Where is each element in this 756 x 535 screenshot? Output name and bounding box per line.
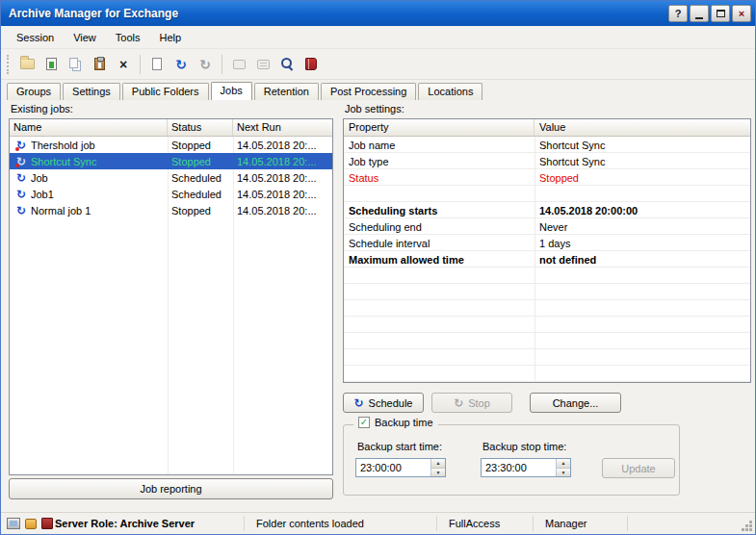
job-row-job[interactable]: ↻ Job Scheduled 14.05.2018 20:... [10, 169, 332, 186]
resize-grip[interactable] [741, 520, 753, 532]
tab-public-folders[interactable]: Public Folders [122, 83, 209, 100]
settings-grid-body: Job name Shortcut Sync Job type Shortcut… [344, 137, 750, 382]
backup-start-time-label: Backup start time: [357, 441, 442, 452]
app-window: Archive Manager for Exchange ? × Session… [0, 0, 756, 535]
toolbar-separator [140, 55, 141, 74]
job-settings-grid: Property Value Job name Shortcut Sync Jo… [343, 118, 751, 383]
note-icon[interactable] [227, 53, 250, 76]
tab-retention[interactable]: Retention [254, 83, 319, 100]
backup-time-group: Backup start time: Backup stop time: ▲ ▼… [343, 424, 680, 496]
job-status: Stopped [168, 205, 233, 217]
setting-row-scheduling-end[interactable]: Scheduling end Never [344, 218, 750, 235]
job-name-cell: ↻ Normal job 1 [10, 205, 168, 217]
job-settings-label: Job settings: [345, 103, 404, 115]
spin-up-button[interactable]: ▲ [557, 459, 570, 469]
spinner-buttons: ▲ ▼ [430, 459, 445, 476]
job-next-run: 14.05.2018 20:... [233, 189, 332, 200]
tab-settings[interactable]: Settings [63, 83, 120, 100]
log-book-icon[interactable] [300, 53, 323, 76]
setting-row-status[interactable]: Status Stopped [344, 169, 750, 186]
backup-stop-time-input[interactable] [482, 459, 556, 476]
spin-up-button[interactable]: ▲ [431, 459, 445, 469]
job-row-thershold-job[interactable]: ↻ Thershold job Stopped 14.05.2018 20:..… [10, 137, 332, 153]
tab-jobs[interactable]: Jobs [211, 82, 252, 100]
tab-locations[interactable]: Locations [418, 83, 482, 100]
setting-row-job-name[interactable]: Job name Shortcut Sync [344, 137, 750, 153]
menu-bar: Session View Tools Help [1, 26, 755, 49]
column-header-name[interactable]: Name [10, 119, 168, 136]
job-name: Job [31, 172, 48, 184]
menu-session[interactable]: Session [7, 29, 64, 46]
statusbar-divider [533, 516, 534, 531]
column-header-property[interactable]: Property [344, 119, 534, 136]
setting-property: Schedule interval [344, 238, 534, 249]
schedule-sync-icon: ↻ [354, 397, 364, 409]
notes-icon[interactable] [251, 53, 274, 76]
delete-icon[interactable]: × [112, 53, 135, 76]
minimize-icon [695, 17, 703, 19]
minimize-button[interactable] [690, 5, 709, 22]
job-row-job1[interactable]: ↻ Job1 Scheduled 14.05.2018 20:... [10, 186, 332, 202]
change-button[interactable]: Change... [530, 393, 621, 413]
setting-row-maximum-allowed-time[interactable]: Maximum allowed time not defined [344, 251, 750, 268]
job-row-shortcut-sync[interactable]: ↻ Shortcut Sync Stopped 14.05.2018 20:..… [10, 153, 332, 169]
job-next-run: 14.05.2018 20:... [233, 156, 332, 167]
setting-value: 14.05.2018 20:00:00 [534, 205, 750, 217]
paste-icon[interactable] [88, 53, 111, 76]
settings-grid-header: Property Value [344, 119, 750, 137]
jobs-list: Name Status Next Run ↻ Thershold job Sto… [9, 118, 333, 475]
close-button[interactable]: × [732, 5, 751, 22]
backup-time-checkbox[interactable]: ✓ [358, 417, 370, 428]
stop-sync-icon: ↻ [454, 397, 463, 409]
statusbar-divider [627, 516, 628, 531]
stop-button-label: Stop [468, 397, 490, 409]
column-header-status[interactable]: Status [168, 119, 233, 136]
toolbar-separator [222, 55, 222, 74]
setting-row-scheduling-starts[interactable]: Scheduling starts 14.05.2018 20:00:00 [344, 202, 750, 218]
refresh-disabled-icon[interactable]: ↻ [194, 53, 217, 76]
log-icon [41, 518, 53, 529]
copy-icon[interactable] [64, 53, 87, 76]
tab-groups[interactable]: Groups [7, 83, 61, 100]
setting-row-job-type[interactable]: Job type Shortcut Sync [344, 153, 750, 169]
update-button[interactable]: Update [602, 458, 675, 478]
column-header-value[interactable]: Value [534, 119, 750, 136]
find-icon[interactable] [275, 53, 299, 76]
export-list-icon[interactable] [39, 53, 63, 76]
spin-down-button[interactable]: ▼ [431, 469, 445, 477]
menu-view[interactable]: View [64, 29, 106, 46]
help-button[interactable]: ? [668, 5, 688, 22]
setting-property: Scheduling end [344, 221, 534, 233]
schedule-button[interactable]: ↻ Schedule [343, 393, 424, 413]
new-document-icon[interactable] [145, 53, 169, 76]
column-header-next-run[interactable]: Next Run [233, 119, 332, 136]
schedule-button-label: Schedule [369, 397, 413, 409]
job-next-run: 14.05.2018 20:... [233, 205, 332, 217]
spin-down-button[interactable]: ▼ [557, 469, 570, 477]
job-sync-icon: ↻ [13, 172, 29, 184]
maximize-button[interactable] [711, 5, 730, 22]
job-reporting-button[interactable]: Job reporting [9, 478, 333, 499]
job-status: Scheduled [168, 189, 233, 200]
job-next-run: 14.05.2018 20:... [233, 172, 332, 184]
open-folder-icon[interactable] [15, 53, 39, 76]
server-role-status: Server Role: Archive Server [55, 518, 195, 529]
job-name-cell: ↻ Job1 [10, 189, 168, 200]
job-row-normal-job-1[interactable]: ↻ Normal job 1 Stopped 14.05.2018 20:... [10, 202, 332, 218]
menu-tools[interactable]: Tools [106, 29, 150, 46]
job-name-cell: ↻ Thershold job [10, 140, 168, 151]
access-status: FullAccess [449, 518, 500, 529]
menu-help[interactable]: Help [149, 29, 191, 46]
spinner-buttons: ▲ ▼ [556, 459, 570, 476]
backup-time-header: ✓ Backup time [353, 417, 438, 428]
backup-start-time-input[interactable] [356, 459, 430, 476]
setting-value: Shortcut Sync [534, 140, 750, 151]
backup-stop-time-spinner: ▲ ▼ [481, 458, 571, 477]
setting-value: 1 days [534, 238, 750, 249]
setting-row-empty[interactable] [344, 186, 750, 202]
tab-post-processing[interactable]: Post Processing [321, 83, 416, 100]
refresh-icon[interactable]: ↻ [169, 53, 193, 76]
stop-button[interactable]: ↻ Stop [431, 393, 512, 413]
statusbar-divider [436, 516, 437, 531]
setting-row-schedule-interval[interactable]: Schedule interval 1 days [344, 235, 750, 251]
